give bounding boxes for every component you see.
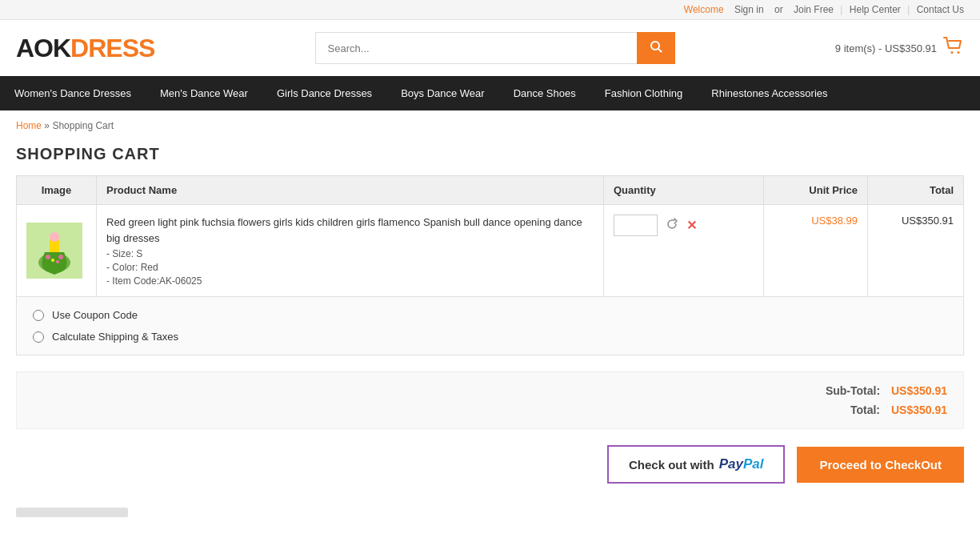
logo[interactable]: AOKDRESS xyxy=(16,34,154,63)
product-size: - Size: S xyxy=(106,248,594,259)
header: AOKDRESS 9 item(s) - US$350.91 xyxy=(0,20,980,76)
col-total: Total xyxy=(868,176,964,205)
shipping-radio[interactable] xyxy=(33,331,44,343)
quantity-refresh-button[interactable] xyxy=(664,218,680,234)
subtotal-label: Sub-Total: xyxy=(826,384,880,397)
product-image xyxy=(26,223,82,279)
breadcrumb: Home » Shopping Cart xyxy=(0,110,980,141)
or-text: or xyxy=(774,4,783,15)
options-section: Use Coupon Code Calculate Shipping & Tax… xyxy=(16,297,964,355)
signin-link[interactable]: Sign in xyxy=(734,4,764,15)
remove-item-button[interactable]: ✕ xyxy=(686,218,697,233)
col-image: Image xyxy=(17,176,97,205)
paypal-checkout-button[interactable]: Check out with PayPal xyxy=(607,445,785,484)
nav-rhinestones-accessories[interactable]: Rhinestones Accessories xyxy=(697,76,842,110)
svg-point-7 xyxy=(50,232,59,242)
checkout-section: Check out with PayPal Proceed to CheckOu… xyxy=(0,429,980,500)
product-name: Red green light pink fuchsia flowers gir… xyxy=(106,215,594,246)
svg-point-0 xyxy=(651,42,659,50)
quantity-cell: 9 ✕ xyxy=(604,205,764,297)
subtotal-row: Sub-Total: US$350.91 xyxy=(33,384,947,397)
coupon-radio[interactable] xyxy=(33,310,44,321)
total-value: US$350.91 xyxy=(891,403,947,416)
product-code: - Item Code:AK-06025 xyxy=(106,275,594,287)
quantity-input[interactable]: 9 xyxy=(614,215,658,236)
nav-fashion-clothing[interactable]: Fashion Clothing xyxy=(590,76,698,110)
row-total: US$350.91 xyxy=(878,215,954,227)
refresh-icon xyxy=(666,218,678,231)
unit-price: US$38.99 xyxy=(774,215,858,227)
svg-point-10 xyxy=(51,259,54,262)
breadcrumb-sep: » xyxy=(44,120,50,131)
top-bar: Welcome Sign in or Join Free | Help Cent… xyxy=(0,0,980,20)
contact-us-link[interactable]: Contact Us xyxy=(917,4,964,15)
nav-girls-dance-dresses[interactable]: Girls Dance Dresses xyxy=(262,76,386,110)
search-icon xyxy=(650,40,662,53)
svg-line-1 xyxy=(658,49,662,52)
total-label: Total: xyxy=(850,403,880,416)
svg-point-2 xyxy=(951,51,954,54)
col-product-name: Product Name xyxy=(97,176,604,205)
unit-price-cell: US$38.99 xyxy=(764,205,868,297)
cart-table: Image Product Name Quantity Unit Price T… xyxy=(16,175,964,297)
paypal-brand: PayPal xyxy=(719,456,764,472)
coupon-row: Use Coupon Code xyxy=(33,309,947,321)
cart-info[interactable]: 9 item(s) - US$350.91 xyxy=(835,37,964,59)
nav-dance-shoes[interactable]: Dance Shoes xyxy=(499,76,590,110)
logo-aok: AOK xyxy=(16,34,70,62)
subtotal-value: US$350.91 xyxy=(891,384,947,397)
total-price-cell: US$350.91 xyxy=(868,205,964,297)
cart-summary: 9 item(s) - US$350.91 xyxy=(835,42,937,54)
search-button[interactable] xyxy=(637,32,675,64)
welcome-text: Welcome xyxy=(684,4,724,15)
join-free-link[interactable]: Join Free xyxy=(794,4,834,15)
nav-boys-dance-wear[interactable]: Boys Dance Wear xyxy=(386,76,499,110)
col-unit-price: Unit Price xyxy=(764,176,868,205)
cart-icon xyxy=(943,37,964,59)
svg-point-8 xyxy=(46,255,50,259)
svg-point-3 xyxy=(958,51,960,54)
search-input[interactable] xyxy=(315,32,637,64)
col-quantity: Quantity xyxy=(604,176,764,205)
shipping-label: Calculate Shipping & Taxes xyxy=(52,331,178,343)
help-center-link[interactable]: Help Center xyxy=(850,4,901,15)
breadcrumb-current: Shopping Cart xyxy=(52,120,114,131)
nav: Women's Dance Dresses Men's Dance Wear G… xyxy=(0,76,980,110)
quantity-wrap: 9 ✕ xyxy=(614,215,754,236)
nav-womens-dance-dresses[interactable]: Women's Dance Dresses xyxy=(0,76,146,110)
table-row: Red green light pink fuchsia flowers gir… xyxy=(17,205,964,297)
summary-section: Sub-Total: US$350.91 Total: US$350.91 xyxy=(16,371,964,429)
breadcrumb-home[interactable]: Home xyxy=(16,120,42,131)
svg-point-11 xyxy=(56,260,59,263)
svg-point-9 xyxy=(58,255,63,259)
nav-mens-dance-wear[interactable]: Men's Dance Wear xyxy=(146,76,262,110)
product-color: - Color: Red xyxy=(106,262,594,273)
coupon-label: Use Coupon Code xyxy=(52,309,138,321)
total-row: Total: US$350.91 xyxy=(33,403,947,416)
proceed-checkout-button[interactable]: Proceed to CheckOut xyxy=(797,447,964,483)
shipping-row: Calculate Shipping & Taxes xyxy=(33,331,947,343)
logo-dress: DRESS xyxy=(70,34,154,62)
product-details: Red green light pink fuchsia flowers gir… xyxy=(97,205,604,297)
paypal-prefix: Check out with xyxy=(629,458,714,472)
page-title: SHOPPING CART xyxy=(0,141,980,175)
search-bar xyxy=(315,32,675,64)
scroll-bar[interactable] xyxy=(16,508,128,517)
